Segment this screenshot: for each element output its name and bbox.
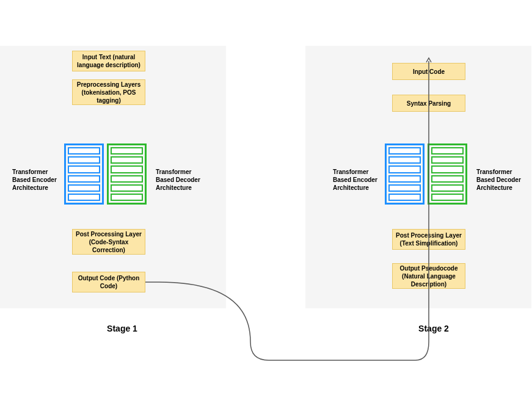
decoder-layer	[111, 194, 143, 201]
encoder-layer	[68, 147, 100, 154]
decoder-layer	[431, 175, 464, 183]
stage1-encoder-stack	[64, 143, 104, 205]
stage2-output-box: Output Pseudocode (Natural Language Desc…	[392, 263, 465, 289]
decoder-layer	[111, 165, 143, 173]
stage1-decoder-stack	[107, 143, 147, 205]
decoder-layer	[431, 184, 464, 192]
stage2-input-box: Input Code	[392, 63, 465, 80]
encoder-layer	[68, 156, 100, 164]
stage2-syntax-box: Syntax Parsing	[392, 95, 465, 112]
decoder-layer	[431, 165, 464, 173]
encoder-layer	[388, 184, 421, 192]
encoder-layer	[388, 147, 421, 154]
stage2-decoder-label: Transformer Based Decoder Architecture	[476, 168, 522, 192]
encoder-layer	[68, 194, 100, 201]
stage1-decoder-label: Transformer Based Decoder Architecture	[156, 168, 202, 192]
decoder-layer	[111, 184, 143, 192]
decoder-layer	[431, 147, 464, 154]
stage1-preprocessing-box: Preprocessing Layers (tokenisation, POS …	[72, 79, 145, 105]
decoder-layer	[111, 175, 143, 183]
stage1-input-box: Input Text (natural language description…	[72, 51, 145, 71]
stage1-output-box: Output Code (Python Code)	[72, 272, 145, 292]
decoder-layer	[111, 156, 143, 164]
stage2-decoder-stack	[428, 143, 467, 205]
stage-1-panel: Input Text (natural language description…	[0, 46, 226, 308]
stage1-title: Stage 1	[86, 324, 159, 333]
decoder-layer	[431, 156, 464, 164]
encoder-layer	[388, 165, 421, 173]
decoder-layer	[431, 194, 464, 201]
stage2-encoder-stack	[385, 143, 425, 205]
stage2-title: Stage 2	[397, 324, 470, 333]
encoder-layer	[388, 194, 421, 201]
stage1-post-box: Post Processing Layer (Code-Syntax Corre…	[72, 229, 145, 255]
encoder-layer	[68, 175, 100, 183]
decoder-layer	[111, 147, 143, 154]
encoder-layer	[388, 156, 421, 164]
stage-2-panel: Input Code Syntax Parsing Transformer Ba…	[305, 46, 531, 308]
encoder-layer	[68, 184, 100, 192]
encoder-layer	[388, 175, 421, 183]
stage2-encoder-label: Transformer Based Encoder Architecture	[333, 168, 379, 192]
stage1-encoder-label: Transformer Based Encoder Architecture	[12, 168, 58, 192]
encoder-layer	[68, 165, 100, 173]
stage2-post-box: Post Processing Layer (Text Simplificati…	[392, 229, 465, 250]
